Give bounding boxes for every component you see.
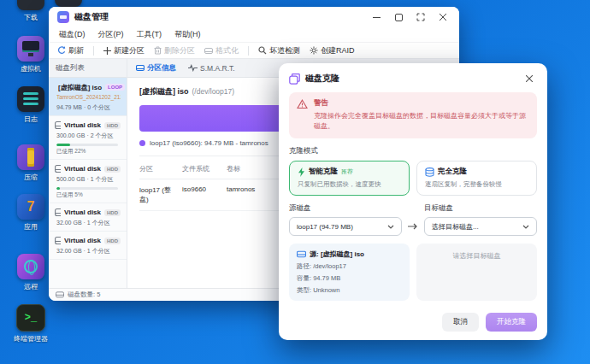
- desktop-icon-terminal[interactable]: >_ 终端管理器: [7, 304, 55, 343]
- fullscreen-button[interactable]: [410, 9, 432, 26]
- delete-partition-button[interactable]: 删除分区: [154, 45, 195, 56]
- disk-list-panel: 磁盘列表 [虚拟磁盘] iso LOOP TamronOS_20241202_2…: [49, 59, 127, 288]
- menu-help[interactable]: 帮助(H): [174, 29, 201, 40]
- warning-banner: 警告 克隆操作会完全覆盖目标磁盘的数据，目标磁盘容量必须大于或等于源磁盘。: [289, 92, 537, 138]
- app-icon: [55, 0, 82, 7]
- refresh-button[interactable]: 刷新: [57, 45, 84, 56]
- create-raid-button[interactable]: 创建RAID: [310, 45, 355, 56]
- target-disk-card: 请选择目标磁盘: [416, 244, 537, 301]
- source-capacity: 容量: 94.79 MB: [297, 274, 402, 283]
- desktop-icon-remote[interactable]: 远程: [7, 254, 55, 291]
- mode-smart-clone[interactable]: 智能克隆 推荐 只复制已用数据块，速度更快: [289, 161, 410, 196]
- disk-item-hdd-32b[interactable]: Virtual disk HDD 32.00 GB · 1 个分区: [49, 232, 127, 260]
- source-disk-select[interactable]: loop17 (94.79 MB): [289, 217, 402, 236]
- chevron-down-icon: [387, 225, 394, 229]
- drive-icon: [136, 64, 145, 72]
- refresh-icon: [57, 46, 66, 55]
- format-button[interactable]: 格式化: [204, 45, 239, 56]
- disk-item-loop[interactable]: [虚拟磁盘] iso LOOP TamronOS_20241202_212411…: [49, 78, 127, 116]
- menu-disk[interactable]: 磁盘(D): [59, 29, 86, 40]
- trash-icon: [154, 46, 162, 55]
- recommended-badge: 推荐: [341, 167, 353, 176]
- hdd-icon: [55, 208, 61, 217]
- warning-icon: [297, 99, 308, 109]
- plus-icon: [103, 47, 111, 55]
- desktop-icon-download[interactable]: 下载: [7, 0, 55, 22]
- hdd-icon: [55, 164, 61, 173]
- usage-bar: [56, 187, 118, 190]
- drive-icon: [204, 47, 213, 55]
- disk-name: Virtual disk: [64, 237, 101, 244]
- usage-bar: [56, 144, 118, 146]
- tab-partition-info[interactable]: 分区信息: [136, 63, 176, 73]
- stack-icon: [17, 86, 44, 112]
- desktop-icon-logs[interactable]: 日志: [7, 86, 55, 124]
- drive-icon: [297, 250, 306, 258]
- disk-count: 磁盘数量: 5: [68, 291, 100, 299]
- seven-zip-icon: 7: [17, 194, 44, 220]
- hdd-badge: HDD: [104, 122, 121, 129]
- toolbar: 刷新 新建分区 删除分区 格式化 坏道检测 创建RAID: [49, 42, 459, 59]
- dialog-close-button[interactable]: [522, 71, 537, 86]
- loop-badge: LOOP: [105, 84, 125, 91]
- target-disk-select[interactable]: 选择目标磁盘...: [424, 217, 537, 236]
- disk-name: Virtual disk: [64, 208, 101, 216]
- legend-dot: [139, 140, 145, 146]
- desktop-icon-label: 远程: [7, 282, 55, 291]
- hdd-badge: HDD: [104, 238, 121, 244]
- globe-icon: [17, 254, 44, 279]
- disk-name: Virtual disk: [64, 121, 101, 129]
- bolt-icon: [298, 167, 305, 177]
- arrow-right-icon: [408, 223, 418, 230]
- desktop-icon-label: 应用: [7, 222, 55, 232]
- menu-bar: 磁盘(D) 分区(P) 工具(T) 帮助(H): [49, 27, 459, 42]
- drive-icon: [56, 291, 64, 298]
- disk-info: 300.00 GB · 2 个分区: [56, 132, 121, 140]
- menu-tools[interactable]: 工具(T): [137, 29, 162, 40]
- toolbar-separator: [248, 46, 249, 56]
- desktop-icon-archive[interactable]: 压缩: [7, 144, 55, 182]
- disk-list-header: 磁盘列表: [49, 59, 127, 78]
- desktop-icon-vm[interactable]: 虚拟机: [7, 36, 55, 73]
- titlebar: 磁盘管理: [49, 7, 459, 27]
- minimize-button[interactable]: [365, 9, 387, 26]
- close-icon: [526, 75, 533, 82]
- monitor-icon: [17, 36, 44, 62]
- desktop-icon-apps[interactable]: 7 应用: [7, 194, 55, 232]
- window-title: 磁盘管理: [74, 11, 109, 23]
- maximize-button[interactable]: [387, 9, 410, 26]
- mode-full-clone[interactable]: 完全克隆 逐扇区复制，完整备份较慢: [416, 161, 537, 196]
- disk-info: 32.00 GB · 1 个分区: [56, 219, 121, 227]
- cancel-button[interactable]: 取消: [442, 313, 479, 332]
- new-partition-button[interactable]: 新建分区: [103, 45, 145, 56]
- disk-model: TamronOS_20241202_212411 - 副: [56, 94, 121, 102]
- gear-icon: [310, 46, 318, 55]
- menu-partition[interactable]: 分区(P): [98, 29, 124, 40]
- archive-icon: [17, 144, 44, 170]
- app-icon: [57, 11, 69, 23]
- desktop-icon-label: 日志: [7, 114, 55, 124]
- source-disk-label: 源磁盘: [289, 203, 402, 214]
- hdd-badge: HDD: [104, 166, 121, 173]
- close-button[interactable]: [432, 9, 454, 26]
- clone-mode-label: 克隆模式: [289, 146, 537, 156]
- warning-title: 警告: [314, 98, 529, 109]
- disk-item-hdd-500[interactable]: Virtual disk HDD 500.00 GB · 1 个分区 已使用 5…: [49, 160, 127, 203]
- disk-info: 94.79 MB · 0 个分区: [56, 103, 121, 112]
- disk-item-hdd-32a[interactable]: Virtual disk HDD 32.00 GB · 1 个分区: [49, 203, 127, 232]
- pulse-icon: [188, 64, 198, 72]
- disk-name: Virtual disk: [64, 165, 101, 173]
- hdd-icon: [55, 236, 61, 245]
- toolbar-separator: [93, 46, 94, 56]
- desktop-icon-label: 虚拟机: [7, 64, 55, 73]
- terminal-icon: >_: [16, 304, 45, 332]
- desktop-icon-label: 压缩: [7, 173, 55, 182]
- start-clone-button[interactable]: 开始克隆: [486, 313, 537, 332]
- hdd-icon: [55, 120, 61, 130]
- warning-text: 克隆操作会完全覆盖目标磁盘的数据，目标磁盘容量必须大于或等于源磁盘。: [314, 111, 529, 132]
- bad-sector-scan-button[interactable]: 坏道检测: [258, 45, 300, 56]
- disk-item-hdd-300[interactable]: Virtual disk HDD 300.00 GB · 2 个分区 已使用 2…: [49, 116, 127, 160]
- hdd-badge: HDD: [104, 209, 121, 216]
- desktop-icon-label: 终端管理器: [7, 334, 55, 343]
- tab-smart[interactable]: S.M.A.R.T.: [188, 64, 235, 73]
